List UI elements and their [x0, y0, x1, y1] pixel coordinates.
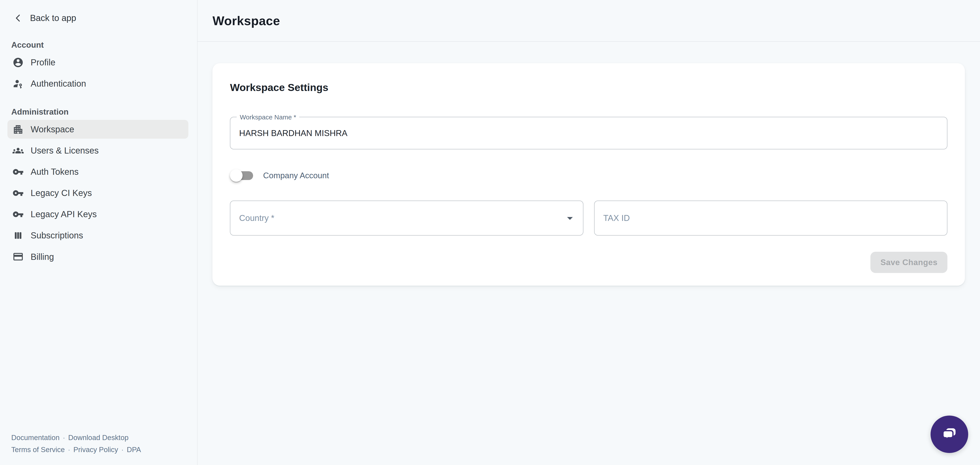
company-account-row: Company Account: [230, 168, 947, 183]
chevron-down-icon: [563, 211, 577, 225]
sidebar-item-label: Legacy API Keys: [30, 209, 97, 219]
download-desktop-link[interactable]: Download Desktop: [68, 433, 129, 441]
sidebar-item-workspace[interactable]: Workspace: [8, 120, 188, 139]
tax-id-input[interactable]: [603, 213, 941, 223]
key-icon: [13, 188, 24, 199]
page-content: Workspace Settings Workspace Name * Comp…: [197, 42, 980, 285]
sidebar-item-billing[interactable]: Billing: [8, 247, 188, 266]
sidebar-item-label: Workspace: [30, 124, 74, 134]
sidebar-item-profile[interactable]: Profile: [8, 53, 188, 72]
back-to-app-button[interactable]: Back to app: [13, 10, 197, 26]
dpa-link[interactable]: DPA: [127, 446, 141, 454]
groups-icon: [13, 145, 24, 156]
credit-card-icon: [13, 251, 24, 262]
sidebar-footer: Documentation·Download Desktop Terms of …: [0, 432, 197, 465]
card-title: Workspace Settings: [230, 81, 947, 94]
sidebar-item-label: Subscriptions: [30, 231, 83, 240]
sidebar: Back to app Account Profile Authenticati…: [0, 0, 197, 465]
chat-bubbles-icon: [939, 424, 960, 445]
section-title-account: Account: [11, 39, 197, 51]
footer-row-2: Terms of Service·Privacy Policy·DPA: [11, 444, 189, 455]
company-account-label: Company Account: [263, 171, 329, 180]
account-circle-icon: [13, 57, 24, 68]
sidebar-item-subscriptions[interactable]: Subscriptions: [8, 226, 188, 245]
sidebar-item-label: Billing: [30, 252, 54, 262]
footer-separator: ·: [63, 433, 65, 441]
key-icon: [13, 166, 24, 177]
sidebar-item-authentication[interactable]: Authentication: [8, 74, 188, 93]
sidebar-item-label: Users & Licenses: [30, 146, 99, 156]
workspace-settings-card: Workspace Settings Workspace Name * Comp…: [212, 63, 965, 286]
sidebar-item-legacy-api-keys[interactable]: Legacy API Keys: [8, 205, 188, 224]
apartment-icon: [13, 124, 24, 135]
footer-row-1: Documentation·Download Desktop: [11, 432, 189, 444]
country-select-label: Country *: [239, 213, 274, 223]
sidebar-item-users-licenses[interactable]: Users & Licenses: [8, 141, 188, 160]
save-changes-button[interactable]: Save Changes: [870, 252, 947, 273]
company-account-toggle[interactable]: [232, 171, 253, 180]
card-actions: Save Changes: [230, 252, 947, 273]
workspace-settings-page: Back to app Account Profile Authenticati…: [0, 0, 980, 465]
main-area: Workspace Workspace Settings Workspace N…: [197, 0, 980, 465]
sidebar-item-label: Authentication: [30, 79, 86, 89]
chat-launcher-button[interactable]: [931, 416, 968, 453]
workspace-name-field: Workspace Name *: [230, 117, 947, 150]
documentation-link[interactable]: Documentation: [11, 433, 59, 441]
sidebar-item-label: Legacy CI Keys: [30, 188, 92, 198]
page-title: Workspace: [212, 14, 280, 28]
sidebar-item-label: Profile: [30, 57, 55, 67]
key-icon: [13, 209, 24, 220]
sidebar-item-label: Auth Tokens: [30, 167, 78, 177]
country-select[interactable]: Country *: [230, 201, 584, 236]
section-title-administration: Administration: [11, 106, 197, 118]
country-tax-row: Country *: [230, 201, 947, 236]
footer-separator: ·: [121, 446, 124, 454]
tax-id-field: [594, 201, 948, 236]
person-key-icon: [13, 78, 24, 89]
sidebar-item-auth-tokens[interactable]: Auth Tokens: [8, 162, 188, 181]
chevron-left-icon: [13, 13, 24, 24]
workspace-name-input[interactable]: [239, 128, 938, 138]
privacy-policy-link[interactable]: Privacy Policy: [73, 446, 118, 454]
sidebar-item-legacy-ci-keys[interactable]: Legacy CI Keys: [8, 184, 188, 202]
back-to-app-label: Back to app: [30, 13, 76, 23]
columns-icon: [13, 230, 24, 241]
footer-separator: ·: [68, 446, 70, 454]
toggle-thumb: [230, 169, 242, 182]
workspace-name-label: Workspace Name *: [237, 112, 299, 122]
page-header: Workspace: [197, 0, 980, 42]
terms-of-service-link[interactable]: Terms of Service: [11, 446, 65, 454]
